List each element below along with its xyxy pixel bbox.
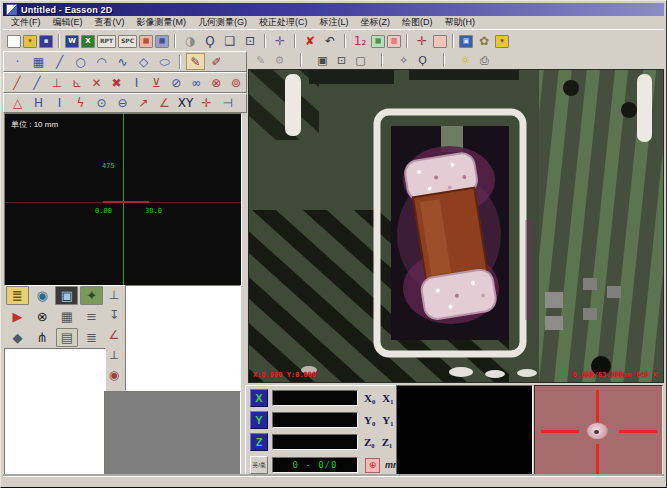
axis-z-button[interactable]: Z bbox=[250, 433, 268, 451]
nav-graphics-view[interactable]: 单位 : 10 mm 475 0.00 30.0 bbox=[4, 113, 242, 286]
tool-polygon[interactable]: ◇ bbox=[134, 53, 153, 70]
polar-toggle-button[interactable]: ⊕ bbox=[365, 458, 380, 473]
flat-view-button[interactable] bbox=[433, 35, 447, 48]
tool-measure-auto[interactable]: ✐ bbox=[207, 53, 226, 70]
measure-circle-angle[interactable]: ⊙ bbox=[92, 95, 111, 112]
tool-slot[interactable]: ⬭ bbox=[155, 53, 174, 70]
capture-image-button[interactable]: ▣ bbox=[314, 52, 331, 68]
title-bar[interactable]: Untitled - Easson 2D bbox=[3, 3, 664, 16]
y-one-button[interactable]: Y₁ bbox=[382, 414, 393, 426]
camera-icon[interactable]: ▣ bbox=[55, 286, 78, 305]
tool-circle[interactable]: ○ bbox=[71, 53, 90, 70]
results-list[interactable] bbox=[4, 348, 106, 476]
tools-icon[interactable]: ✦ bbox=[80, 286, 103, 305]
menu-item-calibration[interactable]: 校正处理(C) bbox=[253, 16, 314, 29]
table-red-button[interactable]: ▦ bbox=[139, 35, 153, 48]
app-icon[interactable] bbox=[6, 4, 17, 15]
color-settings-button[interactable]: ✿ bbox=[475, 33, 493, 50]
zoom-level-button[interactable]: Ϙ bbox=[414, 52, 431, 68]
construct-tangent[interactable]: ⊾ bbox=[68, 74, 86, 91]
measure-width[interactable]: I bbox=[50, 95, 69, 112]
crosshair-button[interactable]: ✛ bbox=[413, 33, 431, 50]
delete-button[interactable]: ✘ bbox=[301, 33, 319, 50]
construct-line-2pt[interactable]: ╱ bbox=[8, 74, 26, 91]
table-blue-button[interactable]: ▦ bbox=[155, 35, 169, 48]
measure-height-icon[interactable]: ⊥ bbox=[105, 285, 123, 305]
new-file-button[interactable] bbox=[7, 35, 21, 48]
capture-region-button[interactable]: ⊡ bbox=[333, 52, 350, 68]
tool-line[interactable]: ╱ bbox=[50, 53, 69, 70]
menu-item-file[interactable]: 文件(F) bbox=[5, 16, 47, 29]
z-one-button[interactable]: Z₁ bbox=[382, 436, 393, 448]
measure-cross[interactable]: ✛ bbox=[197, 95, 216, 112]
axis-y-button[interactable]: Y bbox=[250, 411, 268, 429]
zoom-region-button[interactable]: ❑ bbox=[221, 33, 239, 50]
palette-dropdown-button[interactable]: ▾ bbox=[495, 35, 509, 48]
construct-circle-circle[interactable]: ∞ bbox=[187, 74, 205, 91]
notes-icon[interactable]: ≣ bbox=[6, 286, 29, 305]
display-settings-button[interactable]: ▣ bbox=[459, 35, 473, 48]
construct-intersect-2[interactable]: ✖ bbox=[108, 74, 126, 91]
export-report-button[interactable]: RPT bbox=[97, 35, 116, 48]
construct-distance-i[interactable]: I bbox=[128, 74, 146, 91]
measure-height[interactable]: H bbox=[29, 95, 48, 112]
construct-circle-distance[interactable]: ⊚ bbox=[227, 74, 245, 91]
construct-point-line[interactable]: ⊻ bbox=[147, 74, 165, 91]
menu-item-coordinate[interactable]: 坐标(Z) bbox=[355, 16, 397, 29]
measure-angle-icon[interactable]: ∠ bbox=[105, 325, 123, 345]
world-icon[interactable]: ◉ bbox=[31, 286, 54, 305]
play-icon[interactable]: ▶ bbox=[6, 307, 29, 326]
tool-curve[interactable]: ∿ bbox=[113, 53, 132, 70]
measure-angle-3pt[interactable]: △ bbox=[8, 95, 27, 112]
undo-button[interactable]: ↶ bbox=[321, 33, 339, 50]
print-button[interactable]: ⎙ bbox=[476, 52, 493, 68]
save-button[interactable]: ▪ bbox=[39, 35, 53, 48]
list2-icon[interactable]: ≣ bbox=[80, 328, 103, 347]
export-excel-button[interactable]: X bbox=[81, 35, 95, 48]
tripod-icon[interactable]: ⋔ bbox=[31, 328, 54, 347]
x-one-button[interactable]: X₁ bbox=[382, 392, 393, 404]
measure-jump[interactable]: ↗ bbox=[134, 95, 153, 112]
grid-small-icon[interactable]: ▦ bbox=[56, 307, 79, 326]
construct-perpendicular[interactable]: ⊥ bbox=[48, 74, 66, 91]
laser-pointer-button[interactable]: ✧ bbox=[395, 52, 412, 68]
menu-item-view[interactable]: 查看(V) bbox=[89, 16, 131, 29]
gear-button[interactable]: ⚙ bbox=[271, 52, 288, 68]
measure-xy[interactable]: XY bbox=[176, 95, 195, 112]
menu-item-annotate[interactable]: 标注(L) bbox=[314, 16, 355, 29]
list-small-icon[interactable]: ≡ bbox=[80, 307, 103, 326]
tool-point[interactable]: · bbox=[8, 53, 27, 70]
unit-toggle-button[interactable]: 英/毫 bbox=[250, 456, 268, 474]
grid-red-button[interactable]: ▥ bbox=[387, 35, 401, 48]
capture-window-button[interactable]: ▢ bbox=[352, 52, 369, 68]
construct-circle-line[interactable]: ⊘ bbox=[167, 74, 185, 91]
measure-parallel-icon[interactable]: ⟂ bbox=[105, 345, 123, 365]
stage-move-button[interactable]: ✛ bbox=[271, 33, 289, 50]
measure-flash[interactable]: ϟ bbox=[71, 95, 90, 112]
zoom-fit-button[interactable]: ⊡ bbox=[241, 33, 259, 50]
x-zero-button[interactable]: X₀ bbox=[364, 392, 375, 404]
stop-icon[interactable]: ⊗ bbox=[31, 307, 54, 326]
camera-view[interactable]: X:0.000 Y:0.000 0.000/63.000mm 640 X bbox=[248, 69, 664, 383]
save-small-icon[interactable]: ◆ bbox=[6, 328, 29, 347]
tool-point-grid[interactable]: ▦ bbox=[29, 53, 48, 70]
light-control-button[interactable]: ☼ bbox=[457, 52, 474, 68]
point-list-button[interactable]: 1₂ bbox=[351, 33, 369, 50]
menu-item-image-measure[interactable]: 影像测量(M) bbox=[131, 16, 193, 29]
measure-theta[interactable]: ⊖ bbox=[113, 95, 132, 112]
construct-line-point[interactable]: ╱ bbox=[28, 74, 46, 91]
open-file-button[interactable]: ▾ bbox=[23, 35, 37, 48]
axis-x-button[interactable]: X bbox=[250, 389, 268, 407]
y-zero-button[interactable]: Y₀ bbox=[364, 414, 375, 426]
menu-item-geometry-measure[interactable]: 几何测量(G) bbox=[192, 16, 253, 29]
render-toggle-button[interactable]: ◑ bbox=[181, 33, 199, 50]
zoom-in-button[interactable]: Ϙ bbox=[201, 33, 219, 50]
tool-arc[interactable]: ◠ bbox=[92, 53, 111, 70]
z-zero-button[interactable]: Z₀ bbox=[364, 436, 375, 448]
measure-angle[interactable]: ∠ bbox=[155, 95, 174, 112]
construct-circle-tangent[interactable]: ⊗ bbox=[207, 74, 225, 91]
measure-axis[interactable]: ⊣ bbox=[218, 95, 237, 112]
menu-item-help[interactable]: 帮助(H) bbox=[439, 16, 482, 29]
ruler-icon[interactable]: ▤ bbox=[56, 328, 79, 347]
draw-tool-button[interactable]: ✎ bbox=[252, 52, 269, 68]
